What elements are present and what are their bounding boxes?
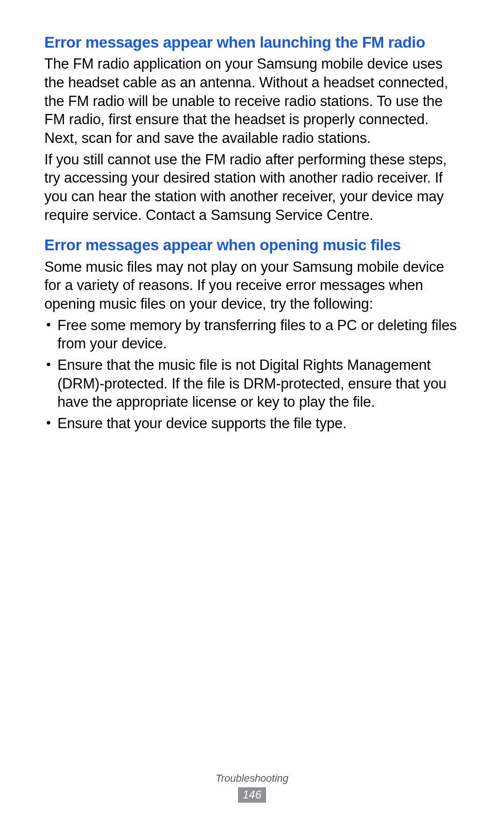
paragraph-music-files-1: Some music files may not play on your Sa… xyxy=(44,258,462,313)
section-heading-fm-radio: Error messages appear when launching the… xyxy=(44,33,462,52)
paragraph-fm-radio-2: If you still cannot use the FM radio aft… xyxy=(44,150,462,225)
page-footer: Troubleshooting 146 xyxy=(0,772,504,803)
section-heading-music-files: Error messages appear when opening music… xyxy=(44,235,462,254)
page-number: 146 xyxy=(238,787,266,803)
list-item: Ensure that your device supports the fil… xyxy=(57,414,462,433)
list-item: Ensure that the music file is not Digita… xyxy=(57,356,462,411)
manual-page: Error messages appear when launching the… xyxy=(0,0,504,827)
section-spacer xyxy=(44,227,462,235)
list-item: Free some memory by transferring files t… xyxy=(57,316,462,353)
bullet-list-music: Free some memory by transferring files t… xyxy=(44,316,462,433)
paragraph-fm-radio-1: The FM radio application on your Samsung… xyxy=(44,55,462,147)
footer-section-label: Troubleshooting xyxy=(0,772,504,785)
